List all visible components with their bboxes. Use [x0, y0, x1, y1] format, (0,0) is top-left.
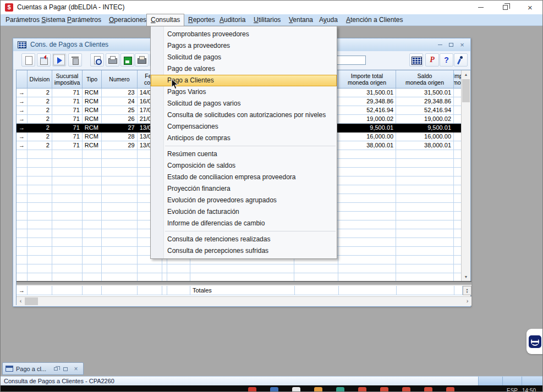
taskbar-app-icon[interactable]: [358, 387, 366, 392]
mini-restore-button[interactable]: [51, 365, 60, 373]
grid-header-numero: Numero: [102, 70, 138, 89]
scroll-up-arrow-icon[interactable]: ▲: [462, 70, 470, 79]
new-record-button[interactable]: [21, 53, 35, 67]
menubar-item-par-metros-sistema[interactable]: Parámetros Sistema: [2, 14, 69, 26]
teamviewer-side-tab[interactable]: [526, 329, 543, 354]
menu-item-consulta-de-percepciones-sufridas[interactable]: Consulta de percepciones sufridas: [151, 245, 337, 257]
cell: [102, 159, 138, 168]
cell: [102, 229, 138, 238]
cell: [102, 256, 138, 264]
taskbar-app-icon[interactable]: [380, 387, 388, 392]
profile-button[interactable]: P: [425, 53, 439, 67]
print-button[interactable]: [106, 53, 119, 67]
clock[interactable]: 14:50: [522, 387, 536, 392]
cell: [396, 150, 454, 159]
menu-item-evoluci-n-de-proveedores-agrupados[interactable]: Evolución de proveedores agrupados: [151, 195, 337, 206]
cell: [396, 264, 454, 273]
cell: [28, 203, 52, 212]
spinner-down-icon[interactable]: ▼: [466, 291, 469, 294]
status-bar: Consulta de Pagos a Clientes - CPA2260: [1, 376, 542, 385]
menu-item-composici-n-de-saldos[interactable]: Composición de saldos: [151, 160, 337, 172]
cell: 71: [52, 115, 83, 124]
minimize-button[interactable]: [468, 1, 493, 14]
run-query-button[interactable]: [52, 53, 66, 67]
child-restore-button[interactable]: [446, 41, 456, 49]
language-indicator[interactable]: ESP: [507, 387, 518, 392]
menu-item-estado-de-conciliacion-empresa-proveedora[interactable]: Estado de conciliacion empresa proveedor…: [151, 172, 337, 183]
menu-item-proyecci-n-financiera[interactable]: Proyección financiera: [151, 183, 337, 195]
status-segment: [502, 377, 522, 386]
vertical-scroll-thumb[interactable]: [462, 79, 470, 102]
taskbar-app-icon[interactable]: [402, 387, 410, 392]
taskbar-app-icon[interactable]: [248, 387, 256, 392]
cell: [397, 286, 454, 295]
cell: [83, 238, 102, 247]
menu-separator: [151, 229, 337, 234]
taskbar-app-icon[interactable]: [292, 387, 300, 392]
totals-row-cells[interactable]: →Totales: [17, 286, 463, 295]
grid-window-icon: [18, 41, 26, 48]
menu-item-pago-de-valores[interactable]: Pago de valores: [151, 63, 337, 75]
menubar-item-par-metros[interactable]: Parámetros: [63, 14, 105, 26]
menu-item-res-men-cuenta[interactable]: Resúmen cuenta: [151, 148, 337, 160]
empty-row[interactable]: [17, 264, 462, 273]
menubar-item-consultas[interactable]: Consultas: [147, 14, 184, 26]
preview-button[interactable]: [90, 53, 104, 67]
cell: [28, 168, 52, 176]
menu-item-pagos-a-proveedores[interactable]: Pagos a proveedores: [151, 40, 337, 52]
totals-spinner[interactable]: ▲▼: [463, 286, 471, 295]
menu-item-compensaciones[interactable]: Compensaciones: [151, 121, 337, 132]
scroll-left-arrow-icon[interactable]: ‹: [17, 297, 25, 306]
menubar-item-operaciones[interactable]: Operaciones: [105, 14, 150, 26]
toolbar-input[interactable]: [334, 56, 366, 65]
menu-item-comprobantes-proveedores[interactable]: Comprobantes proveedores: [151, 29, 337, 40]
menubar-item-atenci-n-a-clientes[interactable]: Atención a Clientes: [342, 14, 407, 26]
edit-record-button[interactable]: [37, 53, 51, 67]
restore-button[interactable]: [493, 1, 518, 14]
child-minimize-button[interactable]: [435, 41, 445, 49]
table-view-button[interactable]: [409, 53, 423, 67]
totals-separator: [17, 281, 471, 286]
close-button[interactable]: ×: [518, 1, 542, 14]
minimized-window-pago-a-clientes[interactable]: Pago a cl... ×: [2, 362, 84, 375]
taskbar-app-icon[interactable]: [270, 387, 278, 392]
empty-row[interactable]: [17, 273, 462, 281]
menu-item-evoluci-n-de-facturaci-n[interactable]: Evolución de facturación: [151, 206, 337, 218]
menu-item-consulta-de-solicitudes-con-autorizaciones-por-niveles[interactable]: Consulta de solicitudes con autorizacion…: [151, 109, 337, 121]
menubar-item-ventana[interactable]: Ventana: [285, 14, 317, 26]
menubar-item-ayuda[interactable]: Ayuda: [315, 14, 342, 26]
cell: [167, 264, 190, 273]
save-button[interactable]: [120, 53, 134, 67]
scroll-down-arrow-icon[interactable]: ▼: [462, 273, 470, 281]
menubar-item-reportes[interactable]: Reportes: [184, 14, 219, 26]
mini-close-button[interactable]: ×: [72, 365, 80, 373]
maximize-icon: [63, 367, 68, 371]
delete-record-button[interactable]: [68, 53, 82, 67]
taskbar-app-icon[interactable]: [424, 387, 432, 392]
menu-item-informe-de-diferencias-de-cambio[interactable]: Informe de diferencias de cambio: [151, 218, 337, 229]
window-icon: [6, 366, 13, 372]
menu-item-consulta-de-retenciones-realizadas[interactable]: Consulta de retenciones realizadas: [151, 234, 337, 245]
menubar-item-utilitarios[interactable]: Utilitarios: [250, 14, 284, 26]
horizontal-scroll-thumb[interactable]: [25, 297, 38, 305]
child-close-button[interactable]: ×: [457, 41, 467, 49]
menubar-item-auditoria[interactable]: Auditoria: [216, 14, 249, 26]
scroll-right-arrow-icon[interactable]: ›: [463, 297, 471, 306]
menu-item-solicitud-de-pagos[interactable]: Solicitud de pagos: [151, 52, 337, 63]
minimized-window-title: Pago a cl...: [16, 363, 46, 375]
print-setup-button[interactable]: [135, 53, 149, 67]
vertical-scrollbar[interactable]: ▲ ▼: [461, 70, 470, 281]
taskbar-app-icon[interactable]: [446, 387, 454, 392]
help-button[interactable]: ?: [440, 53, 453, 67]
exit-button[interactable]: [454, 53, 468, 67]
horizontal-scrollbar[interactable]: ‹ ›: [17, 296, 471, 306]
cell: [396, 238, 454, 247]
taskbar-app-icon[interactable]: [336, 387, 344, 392]
cell: [338, 203, 396, 212]
menu-item-anticipos-de-compras[interactable]: Anticipos de compras: [151, 132, 337, 144]
mini-maximize-button[interactable]: [61, 365, 70, 373]
taskbar-app-icon[interactable]: [314, 387, 322, 392]
preview-icon: [92, 56, 102, 65]
menu-item-solicitud-de-pagos-varios[interactable]: Solicitud de pagos varios: [151, 98, 337, 109]
row-indicator: [17, 176, 28, 185]
